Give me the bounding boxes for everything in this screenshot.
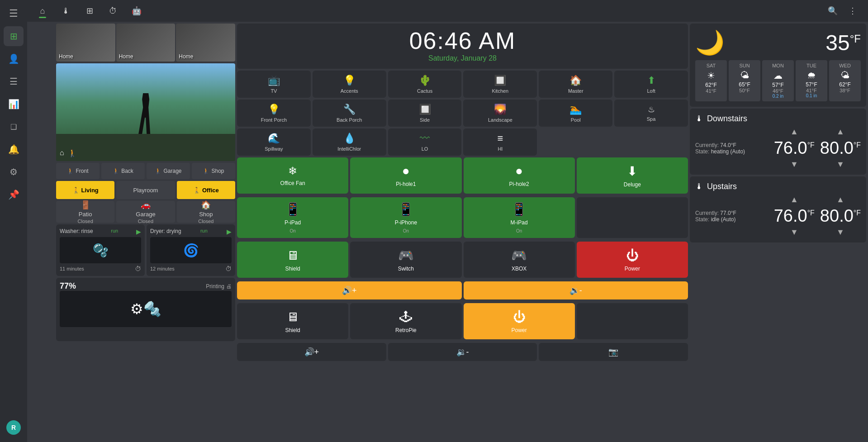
user-avatar[interactable]: R <box>6 420 21 435</box>
device-office-fan[interactable]: ❄ Office Fan <box>237 157 348 194</box>
search-icon[interactable]: 🔍 <box>825 3 841 19</box>
ctrl-lo[interactable]: 〰 LO <box>388 128 462 156</box>
vol-up-button-2[interactable]: 🔊+ <box>237 343 386 361</box>
ctrl-accents[interactable]: 💡 Accents <box>313 71 386 98</box>
current-temp-down[interactable]: ▼ <box>790 160 798 169</box>
current-temp-value-us: 76.0°F <box>774 206 815 226</box>
ctrl-tv[interactable]: 📺 TV <box>237 71 311 98</box>
room-living-button[interactable]: 🚶 Living <box>56 181 114 199</box>
menu-button[interactable]: ☰ <box>4 4 24 24</box>
ctrl-front-porch[interactable]: 💡 Front Porch <box>237 100 311 127</box>
sidebar-chart[interactable]: 📊 <box>4 94 24 114</box>
camera-thumb-1[interactable]: Home <box>56 24 115 62</box>
current-temp-up-us[interactable]: ▲ <box>790 195 798 204</box>
device-piphone[interactable]: 📱 P-iPhone On <box>350 197 461 238</box>
set-temp-up-ds[interactable]: ▲ <box>836 127 844 137</box>
camera-thumbnail-row: Home Home Home <box>56 24 235 62</box>
motion-back-button[interactable]: 🚶 Back <box>101 163 145 179</box>
media-shield[interactable]: 🖥 Shield <box>237 242 348 278</box>
media-row: 🖥 Shield 🎮 Switch 🎮 XBOX ⏻ Power <box>237 242 688 278</box>
media-shield-2[interactable]: 🖥 Shield <box>237 303 348 339</box>
washer-card[interactable]: Washer: rinse run ▶ 🫧 11 minutes ⏱ <box>56 224 145 276</box>
door-shop-button[interactable]: 🏠 Shop Closed <box>177 201 235 223</box>
media-retropie[interactable]: 🕹 RetroPie <box>350 303 461 339</box>
downstairs-controls: ▲ 76.0°F ▼ ▲ 80.0°F ▼ <box>774 127 861 169</box>
motion-detection-row: 🚶 Front 🚶 Back 🚶 Garage 🚶 Shop <box>56 163 235 179</box>
light-controls-row2: 💡 Front Porch 🔧 Back Porch 🔲 Side 🌄 Land… <box>237 100 688 127</box>
door-patio-button[interactable]: 🚪 Patio Closed <box>56 201 114 223</box>
device-pihole1[interactable]: ● Pi-hole1 <box>350 157 461 194</box>
printer-card[interactable]: 77% Printing 🖨 ⚙🔩 <box>56 278 235 341</box>
vol-up-button[interactable]: 🔊+ <box>237 281 462 299</box>
power-icon-red: ⏻ <box>626 248 639 263</box>
appliance-row: Washer: rinse run ▶ 🫧 11 minutes ⏱ Dryer… <box>56 224 235 276</box>
sidebar-layers[interactable]: ❑ <box>4 117 24 137</box>
motion-garage-button[interactable]: 🚶 Garage <box>147 163 190 179</box>
set-temp-down-us[interactable]: ▼ <box>836 228 844 237</box>
vol-down-button-2[interactable]: 🔉- <box>388 343 537 361</box>
vol-down-button[interactable]: 🔉- <box>464 281 688 299</box>
device-mipad[interactable]: 📱 M-iPad On <box>464 197 575 238</box>
sidebar-grid-view[interactable]: ⊞ <box>4 26 24 46</box>
media-xbox[interactable]: 🎮 XBOX <box>464 242 575 278</box>
ctrl-side[interactable]: 🔲 Side <box>388 100 462 127</box>
camera-thumb-3[interactable]: Home <box>176 24 235 62</box>
volume-row-top: 🔊+ 🔉- <box>237 281 688 299</box>
top-navigation: ⌂ 🌡 ⊞ ⏱ 🤖 🔍 ⋮ <box>27 0 868 22</box>
nav-dashboard-icon[interactable]: ⊞ <box>81 3 98 19</box>
set-temp-up-us[interactable]: ▲ <box>836 195 844 204</box>
ctrl-loft[interactable]: ⬆ Loft <box>614 71 688 98</box>
sidebar-list[interactable]: ☰ <box>4 71 24 91</box>
media-power[interactable]: ⏻ Power <box>577 242 688 278</box>
accents-icon: 💡 <box>343 75 356 86</box>
camera-thumb-2[interactable]: Home <box>116 24 175 62</box>
upstairs-info: Currently: 77.0°F State: idle (Auto) <box>695 210 736 223</box>
current-temp-down-us[interactable]: ▼ <box>790 228 798 237</box>
sidebar-settings[interactable]: ⚙ <box>4 162 24 182</box>
door-garage-button[interactable]: 🚗 Garage Closed <box>116 201 175 223</box>
nav-home-icon[interactable]: ⌂ <box>34 3 51 19</box>
set-temp-down-ds[interactable]: ▼ <box>836 160 844 169</box>
ctrl-back-porch[interactable]: 🔧 Back Porch <box>313 100 386 127</box>
room-playroom-button[interactable]: Playroom <box>116 181 175 199</box>
ctrl-hi[interactable]: ≡ HI <box>463 128 537 156</box>
forecast-tue: TUE 🌧 57°F 41°F 0.1 in <box>796 60 827 101</box>
room-office-button[interactable]: 🚶 Office <box>177 181 235 199</box>
motion-front-button[interactable]: 🚶 Front <box>56 163 100 179</box>
front-porch-icon: 💡 <box>268 104 280 115</box>
ctrl-landscape[interactable]: 🌄 Landscape <box>463 100 537 127</box>
clock-date: Saturday, January 28 <box>246 54 679 62</box>
main-camera-feed[interactable]: ⌂ 🚶 <box>56 63 235 161</box>
nav-robot-icon[interactable]: 🤖 <box>128 3 145 19</box>
more-menu-icon[interactable]: ⋮ <box>844 3 861 19</box>
thermostat-icon-us: 🌡 <box>695 182 703 191</box>
sidebar-pin[interactable]: 📌 <box>4 185 24 204</box>
dryer-card[interactable]: Dryer: drying run ▶ 🌀 12 minutes ⏱ <box>147 224 235 276</box>
device-pihole2[interactable]: ● Pi-hole2 <box>464 157 575 194</box>
ctrl-pool[interactable]: 🏊 Pool <box>539 100 612 127</box>
washer-image: 🫧 <box>60 237 141 263</box>
nav-timer-icon[interactable]: ⏱ <box>105 3 121 19</box>
media-switch[interactable]: 🎮 Switch <box>350 242 461 278</box>
xbox-icon: 🎮 <box>511 248 527 263</box>
sidebar-person[interactable]: 👤 <box>4 49 24 69</box>
ctrl-cactus[interactable]: 🌵 Cactus <box>388 71 462 98</box>
left-panel: Home Home Home ⌂ 🚶 <box>56 24 235 440</box>
ctrl-intellichlor[interactable]: 💧 IntelliChlor <box>313 128 386 156</box>
ctrl-spillway[interactable]: 🌊 Spillway <box>237 128 311 156</box>
camera-control-button[interactable]: 📷 <box>539 343 688 361</box>
motion-shop-button[interactable]: 🚶 Shop <box>192 163 235 179</box>
device-pipad[interactable]: 📱 P-iPad On <box>237 197 348 238</box>
forecast-sun: SUN 🌤 65°F 50°F <box>729 60 760 101</box>
camera-label-3: Home <box>179 53 193 60</box>
device-deluge[interactable]: ⬇ Deluge <box>577 157 688 194</box>
current-temp-up[interactable]: ▲ <box>790 127 798 137</box>
ctrl-master[interactable]: 🏠 Master <box>539 71 612 98</box>
sidebar-bell[interactable]: 🔔 <box>4 139 24 159</box>
retropie-icon: 🕹 <box>399 309 412 324</box>
camera-label-2: Home <box>119 53 133 60</box>
ctrl-kitchen[interactable]: 🔲 Kitchen <box>463 71 537 98</box>
media-power-2[interactable]: ⏻ Power <box>464 303 575 339</box>
nav-thermostat-icon[interactable]: 🌡 <box>58 3 74 19</box>
printer-icon: 🖨 <box>226 283 232 290</box>
